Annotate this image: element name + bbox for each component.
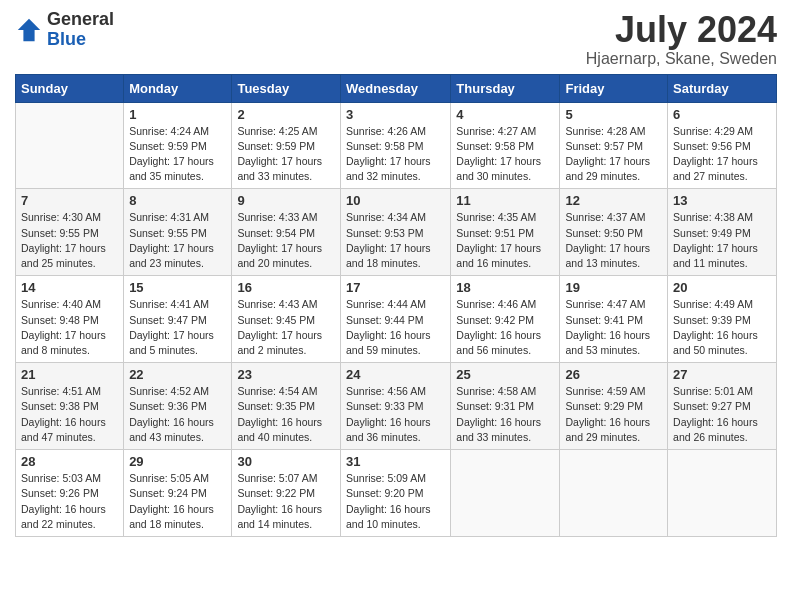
day-info: Sunrise: 4:35 AMSunset: 9:51 PMDaylight:… bbox=[456, 210, 554, 271]
day-number: 5 bbox=[565, 107, 662, 122]
calendar-cell: 15Sunrise: 4:41 AMSunset: 9:47 PMDayligh… bbox=[124, 276, 232, 363]
logo-text-blue: Blue bbox=[47, 29, 86, 49]
day-info: Sunrise: 5:01 AMSunset: 9:27 PMDaylight:… bbox=[673, 384, 771, 445]
day-info: Sunrise: 5:07 AMSunset: 9:22 PMDaylight:… bbox=[237, 471, 335, 532]
title-block: July 2024 Hjaernarp, Skane, Sweden bbox=[586, 10, 777, 68]
day-info: Sunrise: 4:56 AMSunset: 9:33 PMDaylight:… bbox=[346, 384, 445, 445]
calendar-cell: 27Sunrise: 5:01 AMSunset: 9:27 PMDayligh… bbox=[668, 363, 777, 450]
day-number: 12 bbox=[565, 193, 662, 208]
calendar-week-row: 1Sunrise: 4:24 AMSunset: 9:59 PMDaylight… bbox=[16, 102, 777, 189]
day-number: 2 bbox=[237, 107, 335, 122]
calendar-week-row: 28Sunrise: 5:03 AMSunset: 9:26 PMDayligh… bbox=[16, 450, 777, 537]
day-number: 22 bbox=[129, 367, 226, 382]
day-info: Sunrise: 5:03 AMSunset: 9:26 PMDaylight:… bbox=[21, 471, 118, 532]
day-number: 6 bbox=[673, 107, 771, 122]
day-number: 18 bbox=[456, 280, 554, 295]
day-info: Sunrise: 4:27 AMSunset: 9:58 PMDaylight:… bbox=[456, 124, 554, 185]
day-number: 27 bbox=[673, 367, 771, 382]
calendar-cell: 26Sunrise: 4:59 AMSunset: 9:29 PMDayligh… bbox=[560, 363, 668, 450]
day-number: 13 bbox=[673, 193, 771, 208]
calendar-cell: 17Sunrise: 4:44 AMSunset: 9:44 PMDayligh… bbox=[340, 276, 450, 363]
calendar-cell: 24Sunrise: 4:56 AMSunset: 9:33 PMDayligh… bbox=[340, 363, 450, 450]
calendar-week-row: 21Sunrise: 4:51 AMSunset: 9:38 PMDayligh… bbox=[16, 363, 777, 450]
day-number: 20 bbox=[673, 280, 771, 295]
day-info: Sunrise: 4:31 AMSunset: 9:55 PMDaylight:… bbox=[129, 210, 226, 271]
column-header-thursday: Thursday bbox=[451, 74, 560, 102]
calendar-cell: 19Sunrise: 4:47 AMSunset: 9:41 PMDayligh… bbox=[560, 276, 668, 363]
day-number: 17 bbox=[346, 280, 445, 295]
day-info: Sunrise: 4:59 AMSunset: 9:29 PMDaylight:… bbox=[565, 384, 662, 445]
day-info: Sunrise: 4:47 AMSunset: 9:41 PMDaylight:… bbox=[565, 297, 662, 358]
day-number: 8 bbox=[129, 193, 226, 208]
logo: General Blue bbox=[15, 10, 114, 50]
calendar-cell bbox=[668, 450, 777, 537]
day-number: 4 bbox=[456, 107, 554, 122]
column-header-wednesday: Wednesday bbox=[340, 74, 450, 102]
calendar-cell: 29Sunrise: 5:05 AMSunset: 9:24 PMDayligh… bbox=[124, 450, 232, 537]
day-info: Sunrise: 4:33 AMSunset: 9:54 PMDaylight:… bbox=[237, 210, 335, 271]
calendar-week-row: 7Sunrise: 4:30 AMSunset: 9:55 PMDaylight… bbox=[16, 189, 777, 276]
month-title: July 2024 bbox=[586, 10, 777, 50]
day-info: Sunrise: 4:25 AMSunset: 9:59 PMDaylight:… bbox=[237, 124, 335, 185]
calendar-cell: 18Sunrise: 4:46 AMSunset: 9:42 PMDayligh… bbox=[451, 276, 560, 363]
day-number: 25 bbox=[456, 367, 554, 382]
day-info: Sunrise: 4:38 AMSunset: 9:49 PMDaylight:… bbox=[673, 210, 771, 271]
day-info: Sunrise: 4:44 AMSunset: 9:44 PMDaylight:… bbox=[346, 297, 445, 358]
column-header-tuesday: Tuesday bbox=[232, 74, 341, 102]
day-info: Sunrise: 4:58 AMSunset: 9:31 PMDaylight:… bbox=[456, 384, 554, 445]
calendar-cell: 3Sunrise: 4:26 AMSunset: 9:58 PMDaylight… bbox=[340, 102, 450, 189]
calendar-cell: 31Sunrise: 5:09 AMSunset: 9:20 PMDayligh… bbox=[340, 450, 450, 537]
day-info: Sunrise: 4:49 AMSunset: 9:39 PMDaylight:… bbox=[673, 297, 771, 358]
calendar-cell: 1Sunrise: 4:24 AMSunset: 9:59 PMDaylight… bbox=[124, 102, 232, 189]
calendar-cell: 23Sunrise: 4:54 AMSunset: 9:35 PMDayligh… bbox=[232, 363, 341, 450]
day-info: Sunrise: 4:43 AMSunset: 9:45 PMDaylight:… bbox=[237, 297, 335, 358]
day-number: 19 bbox=[565, 280, 662, 295]
calendar-week-row: 14Sunrise: 4:40 AMSunset: 9:48 PMDayligh… bbox=[16, 276, 777, 363]
column-header-friday: Friday bbox=[560, 74, 668, 102]
calendar-cell: 20Sunrise: 4:49 AMSunset: 9:39 PMDayligh… bbox=[668, 276, 777, 363]
calendar-cell bbox=[560, 450, 668, 537]
calendar-cell: 5Sunrise: 4:28 AMSunset: 9:57 PMDaylight… bbox=[560, 102, 668, 189]
day-number: 9 bbox=[237, 193, 335, 208]
day-number: 15 bbox=[129, 280, 226, 295]
day-number: 30 bbox=[237, 454, 335, 469]
column-header-sunday: Sunday bbox=[16, 74, 124, 102]
day-number: 10 bbox=[346, 193, 445, 208]
calendar-cell: 11Sunrise: 4:35 AMSunset: 9:51 PMDayligh… bbox=[451, 189, 560, 276]
page-header: General Blue July 2024 Hjaernarp, Skane,… bbox=[15, 10, 777, 68]
day-number: 14 bbox=[21, 280, 118, 295]
calendar-cell: 9Sunrise: 4:33 AMSunset: 9:54 PMDaylight… bbox=[232, 189, 341, 276]
calendar-cell: 13Sunrise: 4:38 AMSunset: 9:49 PMDayligh… bbox=[668, 189, 777, 276]
calendar-cell bbox=[451, 450, 560, 537]
day-number: 16 bbox=[237, 280, 335, 295]
calendar-header-row: SundayMondayTuesdayWednesdayThursdayFrid… bbox=[16, 74, 777, 102]
svg-marker-0 bbox=[18, 19, 40, 41]
calendar-cell: 2Sunrise: 4:25 AMSunset: 9:59 PMDaylight… bbox=[232, 102, 341, 189]
calendar-cell: 10Sunrise: 4:34 AMSunset: 9:53 PMDayligh… bbox=[340, 189, 450, 276]
calendar-cell: 30Sunrise: 5:07 AMSunset: 9:22 PMDayligh… bbox=[232, 450, 341, 537]
calendar-cell: 25Sunrise: 4:58 AMSunset: 9:31 PMDayligh… bbox=[451, 363, 560, 450]
day-number: 1 bbox=[129, 107, 226, 122]
location-subtitle: Hjaernarp, Skane, Sweden bbox=[586, 50, 777, 68]
calendar-cell: 28Sunrise: 5:03 AMSunset: 9:26 PMDayligh… bbox=[16, 450, 124, 537]
day-info: Sunrise: 4:40 AMSunset: 9:48 PMDaylight:… bbox=[21, 297, 118, 358]
day-info: Sunrise: 4:29 AMSunset: 9:56 PMDaylight:… bbox=[673, 124, 771, 185]
calendar-table: SundayMondayTuesdayWednesdayThursdayFrid… bbox=[15, 74, 777, 537]
calendar-cell: 14Sunrise: 4:40 AMSunset: 9:48 PMDayligh… bbox=[16, 276, 124, 363]
day-info: Sunrise: 4:37 AMSunset: 9:50 PMDaylight:… bbox=[565, 210, 662, 271]
logo-text-general: General bbox=[47, 9, 114, 29]
day-number: 28 bbox=[21, 454, 118, 469]
day-info: Sunrise: 5:05 AMSunset: 9:24 PMDaylight:… bbox=[129, 471, 226, 532]
calendar-cell: 21Sunrise: 4:51 AMSunset: 9:38 PMDayligh… bbox=[16, 363, 124, 450]
day-info: Sunrise: 4:30 AMSunset: 9:55 PMDaylight:… bbox=[21, 210, 118, 271]
day-number: 21 bbox=[21, 367, 118, 382]
day-info: Sunrise: 4:26 AMSunset: 9:58 PMDaylight:… bbox=[346, 124, 445, 185]
day-number: 3 bbox=[346, 107, 445, 122]
day-info: Sunrise: 4:52 AMSunset: 9:36 PMDaylight:… bbox=[129, 384, 226, 445]
day-info: Sunrise: 4:46 AMSunset: 9:42 PMDaylight:… bbox=[456, 297, 554, 358]
day-info: Sunrise: 4:34 AMSunset: 9:53 PMDaylight:… bbox=[346, 210, 445, 271]
calendar-cell: 8Sunrise: 4:31 AMSunset: 9:55 PMDaylight… bbox=[124, 189, 232, 276]
day-number: 7 bbox=[21, 193, 118, 208]
day-info: Sunrise: 4:41 AMSunset: 9:47 PMDaylight:… bbox=[129, 297, 226, 358]
calendar-cell: 6Sunrise: 4:29 AMSunset: 9:56 PMDaylight… bbox=[668, 102, 777, 189]
